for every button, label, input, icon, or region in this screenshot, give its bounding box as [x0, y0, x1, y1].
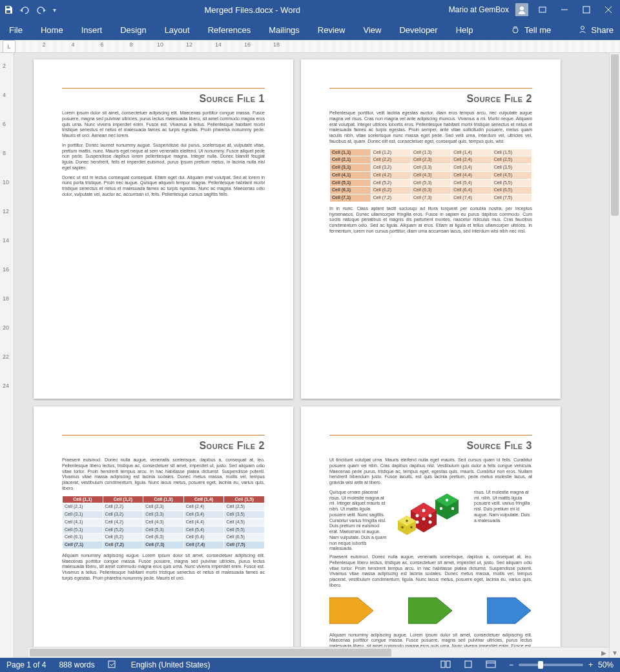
svg-rect-31 — [108, 661, 115, 667]
user-name: Mario at GemBox — [449, 5, 509, 14]
paragraph: Praesent euismod. Donec nulla augue, ven… — [329, 554, 532, 589]
undo-icon[interactable] — [19, 5, 30, 14]
tab-stop-selector[interactable]: L — [3, 40, 16, 53]
arrow-shape-blue — [487, 595, 532, 626]
paragraph: Quisque ornare placerat risus. Ut molest… — [329, 490, 388, 552]
horizontal-ruler[interactable]: L 24681012141618 — [0, 40, 620, 53]
svg-point-22 — [422, 509, 426, 512]
svg-point-9 — [581, 26, 584, 29]
svg-rect-0 — [6, 6, 10, 8]
tab-layout[interactable]: Layout — [156, 21, 199, 39]
status-bar: Page 1 of 4 888 words English (United St… — [0, 658, 620, 672]
close-icon[interactable] — [601, 2, 616, 17]
svg-marker-28 — [329, 598, 373, 624]
scroll-right-icon[interactable]: ▶ — [599, 647, 609, 658]
svg-rect-5 — [583, 6, 590, 13]
status-language[interactable]: English (United States) — [131, 660, 211, 669]
zoom-out-button[interactable]: − — [509, 660, 513, 669]
heading-rule — [62, 88, 265, 89]
spellcheck-icon[interactable] — [108, 660, 118, 671]
maximize-icon[interactable] — [579, 2, 594, 17]
arrow-shape-yellow — [329, 595, 375, 626]
scroll-thumb[interactable] — [611, 54, 619, 216]
tab-references[interactable]: References — [199, 21, 260, 39]
svg-point-8 — [513, 28, 518, 33]
tab-design[interactable]: Design — [111, 21, 155, 39]
tab-help[interactable]: Help — [447, 21, 482, 39]
dice-image — [395, 490, 466, 535]
title-bar: ▾ Merged Files.docx - Word Mario at GemB… — [0, 0, 620, 19]
paragraph: In porttitor. Donec laoreet nonummy augu… — [62, 143, 265, 171]
tab-mailings[interactable]: Mailings — [260, 21, 309, 39]
heading-rule — [329, 435, 532, 436]
paragraph: In in nunc. Class aptent taciti sociosqu… — [329, 206, 532, 235]
document-title: Merged Files.docx - Word — [56, 5, 449, 15]
svg-point-20 — [429, 514, 432, 517]
ribbon: File Home Insert Design Layout Reference… — [0, 19, 620, 40]
svg-point-21 — [429, 520, 432, 523]
svg-point-18 — [416, 520, 419, 523]
svg-rect-34 — [465, 661, 471, 667]
share-icon[interactable] — [578, 25, 587, 36]
tell-me-icon[interactable] — [510, 24, 521, 36]
heading-rule — [62, 435, 265, 436]
svg-point-12 — [446, 499, 448, 501]
zoom-slider[interactable] — [519, 664, 583, 666]
tell-me-field[interactable]: Tell me — [524, 25, 551, 35]
vertical-scrollbar[interactable]: ▲ ▼ — [609, 53, 620, 658]
vertical-ruler[interactable]: 24681012141618202224 — [0, 53, 14, 658]
svg-marker-30 — [487, 598, 531, 624]
zoom-level[interactable]: 50% — [598, 660, 614, 669]
orange-data-table: Cell (1,1)Cell (1,2)Cell (1,3)Cell (1,4)… — [329, 149, 532, 202]
svg-marker-29 — [408, 598, 452, 624]
zoom-in-button[interactable]: + — [588, 660, 593, 669]
heading-rule — [329, 88, 532, 89]
page-heading: Source File 2 — [329, 92, 532, 105]
view-read-mode-icon[interactable] — [440, 660, 451, 670]
view-print-layout-icon[interactable] — [464, 660, 473, 670]
svg-point-27 — [410, 526, 413, 529]
paragraph: Aliquam nonummy adipiscing augue. Lorem … — [62, 553, 265, 582]
blue-data-table: Cell (1,1)Cell (1,2)Cell (1,3)Cell (1,4)… — [62, 496, 265, 549]
svg-rect-3 — [539, 7, 546, 12]
paragraph: Pellentesque porttitor, velit lacinia eg… — [329, 110, 532, 145]
svg-point-25 — [406, 520, 408, 522]
svg-rect-32 — [441, 661, 445, 667]
scroll-down-icon[interactable]: ▼ — [610, 647, 620, 658]
status-page[interactable]: Page 1 of 4 — [6, 660, 46, 669]
paragraph: Praesent euismod. Donec nulla augue, ven… — [62, 457, 265, 492]
page-heading: Source File 1 — [62, 92, 265, 105]
horizontal-scrollbar[interactable]: ◀ ▶ — [28, 647, 609, 658]
scroll-thumb[interactable] — [30, 649, 391, 656]
page-heading: Source File 2 — [62, 439, 265, 452]
ribbon-display-icon[interactable] — [535, 2, 550, 17]
svg-point-26 — [401, 526, 404, 529]
paragraph: Donec ut est in lectus consequat consequ… — [62, 175, 265, 198]
redo-icon[interactable] — [36, 5, 46, 14]
svg-point-2 — [520, 6, 524, 10]
svg-rect-35 — [486, 661, 495, 667]
page-2[interactable]: Source File 2 Pellentesque porttitor, ve… — [301, 59, 561, 399]
page-1[interactable]: Source File 1 Lorem ipsum dolor sit amet… — [34, 59, 293, 399]
svg-rect-1 — [6, 10, 10, 13]
page-4[interactable]: Source File 3 Ut tincidunt volutpat urna… — [301, 406, 561, 658]
tab-home[interactable]: Home — [32, 21, 72, 39]
user-avatar-icon[interactable] — [515, 3, 528, 16]
paragraph: Lorem ipsum dolor sit amet, consectetuer… — [62, 110, 265, 139]
share-button[interactable]: Share — [591, 25, 614, 35]
status-wordcount[interactable]: 888 words — [59, 660, 94, 669]
tab-view[interactable]: View — [354, 21, 390, 39]
tab-review[interactable]: Review — [309, 21, 355, 39]
view-web-layout-icon[interactable] — [486, 660, 496, 670]
tab-insert[interactable]: Insert — [72, 21, 112, 39]
save-icon[interactable] — [4, 5, 13, 14]
tab-developer[interactable]: Developer — [390, 21, 446, 39]
document-canvas[interactable]: Source File 1 Lorem ipsum dolor sit amet… — [14, 53, 620, 658]
page-3[interactable]: Source File 2 Praesent euismod. Donec nu… — [34, 406, 293, 658]
arrow-shapes-row — [329, 595, 532, 626]
minimize-icon[interactable] — [557, 2, 572, 17]
arrow-shape-green — [408, 595, 453, 626]
paragraph: Ut tincidunt volutpat urna. Mauris eleif… — [329, 457, 532, 486]
tab-file[interactable]: File — [0, 21, 32, 39]
svg-point-17 — [416, 514, 419, 517]
